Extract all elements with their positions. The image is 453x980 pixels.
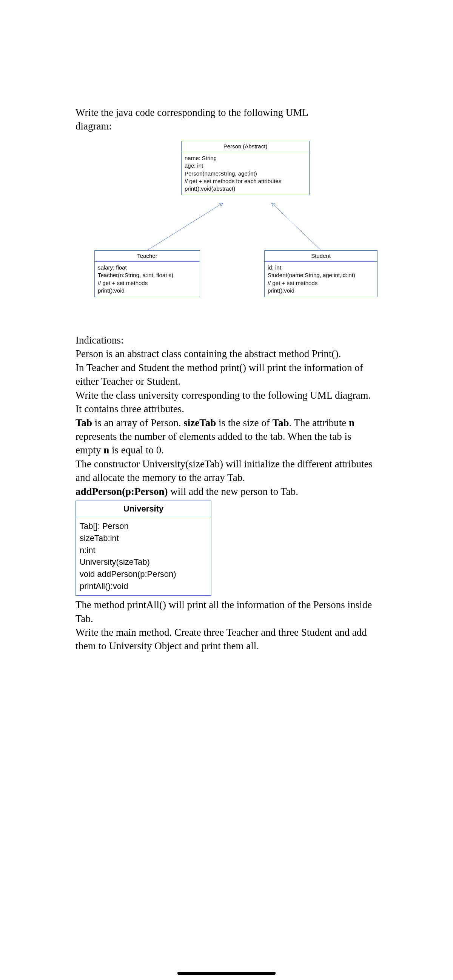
teacher-attr: salary: float (98, 264, 197, 271)
intro-line2: diagram: (75, 121, 112, 132)
indications-p4: Tab is an array of Person. sizeTab is th… (75, 416, 377, 457)
student-attr: Student(name:String, age:int,id:int) (268, 271, 374, 279)
university-attr: Tab[]: Person (79, 520, 207, 532)
teacher-title: Teacher (95, 251, 200, 262)
teacher-class-box: Teacher salary: float Teacher(n:String, … (94, 250, 200, 297)
p6-rest: will add the new person to Tab. (168, 486, 299, 497)
person-attr: // get + set methods for each attributes (184, 177, 306, 185)
student-attr: // get + set methods (268, 279, 374, 287)
person-attr: name: String (184, 154, 306, 162)
footer-section: The method printAll() will print all the… (75, 598, 377, 653)
svg-line-0 (147, 203, 223, 250)
student-title: Student (265, 251, 377, 262)
indications-p2: In Teacher and Student the method print(… (75, 361, 377, 388)
university-attr: University(sizeTab) (79, 556, 207, 568)
person-attr: Person(name:String, age:int) (184, 170, 306, 177)
p4-mid3: . The attribute (289, 417, 349, 428)
addperson-bold: addPerson(p:Person) (75, 486, 168, 497)
person-title: Person (Abstract) (181, 141, 309, 152)
uml-diagram: Person (Abstract) name: String age: int … (75, 141, 377, 322)
indications-section: Indications: Person is an abstract class… (75, 333, 377, 498)
n-bold: n (349, 417, 354, 428)
intro-text: Write the java code corresponding to the… (75, 106, 377, 133)
p4-mid5: is equal to 0. (109, 444, 164, 456)
university-attr: n:int (79, 544, 207, 557)
footer-p2: Write the main method. Create three Teac… (75, 625, 377, 653)
intro-line1: Write the java code corresponding to the… (75, 107, 308, 118)
teacher-body: salary: float Teacher(n:String, a:int, f… (95, 262, 200, 297)
tab-bold-2: Tab (272, 417, 289, 428)
university-attr: void addPerson(p:Person) (79, 568, 207, 580)
footer-p1: The method printAll() will print all the… (75, 598, 377, 625)
university-title: University (76, 501, 211, 517)
n-bold-2: n (103, 444, 109, 456)
university-body: Tab[]: Person sizeTab:int n:int Universi… (76, 517, 211, 595)
person-attr: print():void(abstract) (184, 185, 306, 192)
university-attr: sizeTab:int (79, 532, 207, 544)
person-body: name: String age: int Person(name:String… (181, 152, 309, 195)
indications-heading: Indications: (75, 333, 377, 347)
sizetab-bold: sizeTab (183, 417, 216, 428)
tab-bold: Tab (75, 417, 92, 428)
indications-p6: addPerson(p:Person) will add the new per… (75, 485, 377, 498)
teacher-attr: Teacher(n:String, a:int, float s) (98, 271, 197, 279)
teacher-attr: // get + set methods (98, 279, 197, 287)
svg-line-1 (272, 203, 321, 250)
indications-p5: The constructor University(sizeTab) will… (75, 457, 377, 485)
student-attr: id: int (268, 264, 374, 271)
person-class-box: Person (Abstract) name: String age: int … (181, 141, 310, 196)
p4-mid2: is the size of (216, 417, 272, 428)
person-attr: age: int (184, 162, 306, 170)
indications-p1: Person is an abstract class containing t… (75, 347, 377, 361)
student-body: id: int Student(name:String, age:int,id:… (265, 262, 377, 297)
teacher-attr: print():void (98, 287, 197, 294)
student-attr: print():void (268, 287, 374, 294)
student-class-box: Student id: int Student(name:String, age… (264, 250, 377, 297)
university-attr: printAll():void (79, 580, 207, 592)
university-class-box: University Tab[]: Person sizeTab:int n:i… (75, 501, 211, 596)
indications-p3: Write the class university corresponding… (75, 388, 377, 416)
p4-mid1: is an array of Person. (92, 417, 183, 428)
